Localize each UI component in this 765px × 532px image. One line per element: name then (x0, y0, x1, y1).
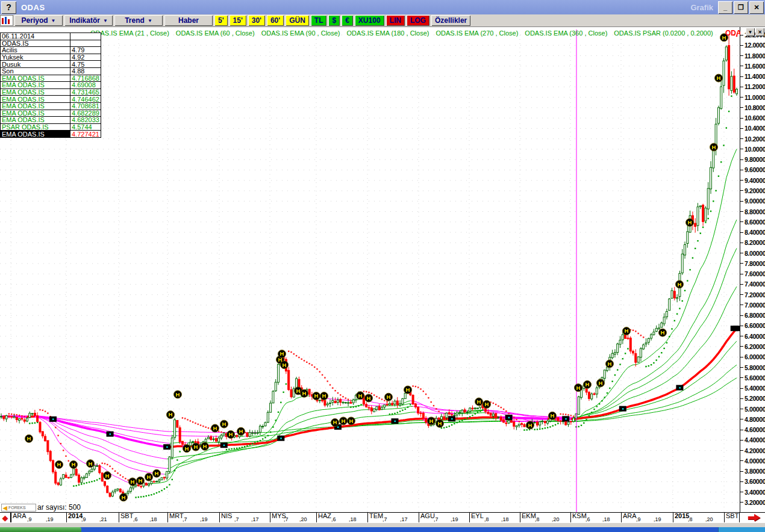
news-marker-icon[interactable]: H (340, 417, 348, 425)
news-marker-icon[interactable]: H (659, 329, 667, 336)
news-marker-icon[interactable]: H (428, 417, 436, 425)
news-marker-icon[interactable]: H (357, 392, 364, 400)
news-marker-icon[interactable]: H (676, 280, 684, 288)
news-marker-icon[interactable]: H (348, 417, 355, 425)
price-tick-label: 9.40000 (745, 177, 765, 184)
month-label: 2015 (675, 513, 689, 519)
toolbar-button-[interactable]: € (342, 15, 353, 26)
panel-row[interactable]: Acilis4.79 (1, 47, 101, 54)
minimize-button[interactable]: _ (718, 1, 732, 14)
menu-button-periyod[interactable]: Periyod▼ (14, 15, 63, 26)
news-marker-icon[interactable]: H (145, 473, 153, 481)
news-marker-icon[interactable]: H (70, 460, 78, 468)
price-chart-canvas[interactable]: HHHHHHHHHHHHHHHHHHHHHHHHHHHHHHHHHHHHHHHH… (0, 27, 740, 512)
price-tick (740, 430, 743, 430)
day-tick-label: ,7 (234, 516, 239, 522)
news-marker-icon[interactable]: H (584, 381, 592, 389)
news-marker-icon[interactable]: H (278, 350, 286, 358)
news-marker-icon[interactable]: H (129, 478, 137, 486)
price-tick-label: 11.2000 (745, 83, 765, 90)
news-marker-icon[interactable]: H (365, 394, 373, 402)
news-marker-icon[interactable]: H (597, 379, 605, 387)
scroll-left-icon[interactable]: ◆ (0, 513, 11, 522)
news-marker-icon[interactable]: H (25, 435, 33, 442)
panel-row[interactable]: ODAS.IS (1, 40, 101, 47)
news-marker-icon[interactable]: H (167, 411, 175, 419)
menu-button-indikatör[interactable]: Indikatör▼ (64, 15, 113, 26)
news-marker-icon[interactable]: H (281, 361, 289, 369)
news-marker-icon[interactable]: H (211, 424, 219, 432)
collapse-pane-icon[interactable]: ▼ (746, 28, 755, 36)
toolbar-button-15[interactable]: 15' (230, 15, 246, 26)
chevron-down-icon: ▼ (51, 18, 56, 23)
news-marker-icon[interactable]: H (686, 218, 694, 226)
news-marker-icon[interactable]: H (174, 391, 182, 398)
taskbar-tray[interactable] (718, 527, 765, 532)
news-marker-icon[interactable]: H (87, 460, 95, 468)
toolbar-button-log[interactable]: LOG (407, 15, 429, 26)
panel-row[interactable]: EMA ODAS.IS4.682289 (1, 110, 101, 117)
news-marker-icon[interactable]: H (313, 392, 320, 400)
news-marker-icon[interactable]: H (104, 472, 111, 480)
news-marker-icon[interactable]: H (201, 442, 209, 450)
news-marker-icon[interactable]: H (237, 427, 245, 435)
price-tick (740, 232, 743, 233)
news-marker-icon[interactable]: H (715, 74, 723, 82)
toolbar-button-xu100[interactable]: XU100 (355, 15, 384, 26)
news-marker-icon[interactable]: H (526, 421, 534, 429)
news-marker-icon[interactable]: H (120, 493, 128, 501)
panel-row[interactable]: EMA ODAS.IS4.69008 (1, 82, 101, 89)
news-marker-icon[interactable]: H (623, 327, 631, 335)
news-marker-icon[interactable]: H (710, 143, 718, 151)
month-label: EYL (471, 513, 484, 519)
news-marker-icon[interactable]: H (483, 400, 491, 408)
panel-row[interactable]: 06.11.2014 (1, 33, 101, 40)
panel-row[interactable]: EMA ODAS.IS4.708681 (1, 102, 101, 110)
panel-row[interactable]: EMA ODAS.IS4.731465 (1, 88, 101, 96)
news-marker-icon[interactable]: H (137, 477, 145, 484)
panel-row[interactable]: EMA ODAS.IS4.716868 (1, 75, 101, 82)
toolbar-button-30[interactable]: 30' (248, 15, 265, 26)
toolbar-button-60[interactable]: 60' (267, 15, 284, 26)
toolbar-button-gn[interactable]: GÜN (286, 15, 309, 26)
news-marker-icon[interactable]: H (183, 445, 191, 453)
news-marker-icon[interactable]: H (385, 393, 393, 401)
scroll-right-icon[interactable] (748, 514, 761, 522)
news-marker-icon[interactable]: H (227, 430, 235, 438)
news-marker-icon[interactable]: H (320, 392, 328, 400)
panel-row[interactable]: EMA ODAS.IS4.746462 (1, 96, 101, 103)
panel-row[interactable]: Yuksek4.92 (1, 54, 101, 61)
panel-row[interactable]: EMA ODAS.IS4.727421 (1, 131, 101, 138)
panel-row[interactable]: Dusuk4.75 (1, 61, 101, 68)
menu-button-haber[interactable]: Haber (164, 15, 213, 26)
panel-row[interactable]: PSAR ODAS.IS4.5744 (1, 123, 101, 131)
news-marker-icon[interactable]: H (192, 443, 200, 451)
news-marker-icon[interactable]: H (475, 398, 483, 406)
toolbar-button-5[interactable]: 5' (214, 15, 228, 26)
toolbar-button-tl[interactable]: TL (311, 15, 327, 26)
panel-row[interactable]: Son4.88 (1, 67, 101, 75)
news-marker-icon[interactable]: H (153, 469, 161, 477)
taskbar-start-button[interactable] (0, 527, 81, 532)
panel-row[interactable]: EMA ODAS.IS4.682033 (1, 117, 101, 124)
menu-button-trend[interactable]: Trend▼ (114, 15, 163, 26)
news-marker-icon[interactable]: H (606, 360, 614, 368)
news-marker-icon[interactable]: H (331, 419, 339, 427)
close-pane-icon[interactable]: ✕ (755, 28, 764, 36)
news-marker-icon[interactable]: H (55, 460, 63, 468)
news-marker-icon[interactable]: H (404, 386, 412, 394)
news-marker-icon[interactable]: H (549, 412, 557, 419)
time-axis-section: AGU,7,19 (419, 513, 469, 522)
maximize-button[interactable]: ❒ (734, 1, 748, 14)
news-marker-icon[interactable]: H (575, 384, 582, 392)
svg-text:H: H (438, 420, 442, 427)
news-marker-icon[interactable]: H (220, 420, 228, 428)
toolbar-button-[interactable]: $ (328, 15, 340, 26)
help-button[interactable]: ? (1, 1, 16, 14)
news-marker-icon[interactable]: H (301, 389, 308, 397)
toolbar-button-lin[interactable]: LIN (386, 15, 405, 26)
news-marker-icon[interactable]: H (436, 419, 444, 427)
price-axis[interactable]: 3.200003.400003.600003.800004.000004.200… (740, 27, 765, 512)
close-button[interactable]: ✕ (749, 1, 764, 14)
toolbar-button-zellikler[interactable]: Özellikler (431, 15, 470, 26)
